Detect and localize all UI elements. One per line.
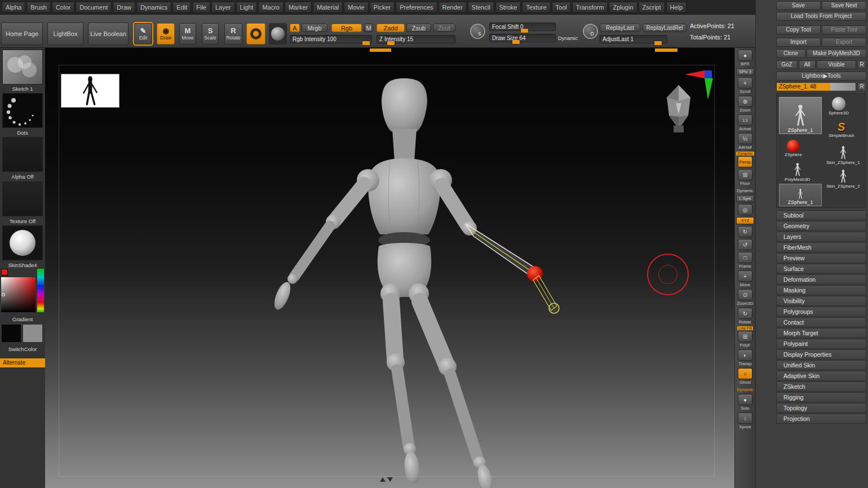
tool-thumb-simplebrush[interactable]: S SimpleBrush xyxy=(829,121,854,138)
rotate-3d-button[interactable]: ↻ Rotate xyxy=(738,308,752,325)
pivot-button[interactable]: ◎ xyxy=(738,204,752,215)
material-picker-button[interactable] xyxy=(269,23,287,45)
scale-button[interactable]: S Scale xyxy=(202,23,219,45)
floor-button[interactable]: ⊞ Floor xyxy=(738,169,752,186)
edit-button[interactable]: ✎ Edit xyxy=(134,23,152,45)
perspective-button[interactable]: Dynamic Persp xyxy=(736,152,754,167)
aahalf-button[interactable]: ½ AAHalf xyxy=(738,133,752,150)
menu-item-help[interactable]: Help xyxy=(666,2,687,13)
alpha-off-thumbnail[interactable] xyxy=(2,137,43,172)
tool-section-preview[interactable]: Preview xyxy=(776,253,866,263)
document-preview-thumbnail[interactable] xyxy=(61,74,119,108)
tool-section-deformation[interactable]: Deformation xyxy=(776,274,866,285)
lightbox-button[interactable]: LightBox xyxy=(47,23,83,45)
ghost-button[interactable]: ○ Ghost xyxy=(738,368,752,385)
document-canvas[interactable] xyxy=(45,48,734,488)
tool-section-polygroups[interactable]: Polygroups xyxy=(776,307,866,317)
menu-item-preferences[interactable]: Preferences xyxy=(396,2,437,13)
z-intensity-slider[interactable]: Z Intensity 15 xyxy=(377,35,455,43)
a-toggle-button[interactable]: A xyxy=(290,24,300,32)
menu-item-stroke[interactable]: Stroke xyxy=(495,2,521,13)
rgb-button[interactable]: Rgb xyxy=(331,24,362,32)
goz-r-button[interactable]: R xyxy=(857,60,866,69)
slider-handle[interactable] xyxy=(362,41,370,45)
menu-item-alpha[interactable]: Alpha xyxy=(2,2,25,13)
alternate-button[interactable]: Alternate xyxy=(0,358,45,367)
tool-thumb-zsphere[interactable]: ZSphere xyxy=(785,140,802,157)
tool-section-contact[interactable]: Contact xyxy=(776,317,866,327)
lightbox-tools-button[interactable]: Lightbox▶Tools xyxy=(776,72,866,81)
goz-all-button[interactable]: All xyxy=(799,60,816,69)
slider-handle[interactable] xyxy=(387,41,395,45)
tool-section-rigging[interactable]: Rigging xyxy=(776,392,866,402)
material-skinshade-thumbnail[interactable] xyxy=(2,225,43,260)
tool-thumb-zsphere1[interactable]: ZSphere_1 xyxy=(779,184,822,206)
tool-section-layers[interactable]: Layers xyxy=(776,232,866,242)
menu-item-light[interactable]: Light xyxy=(236,2,258,13)
menu-item-render[interactable]: Render xyxy=(439,2,467,13)
tool-thumb-skin-zsphere2[interactable]: Skin_ZSphere_2 xyxy=(826,169,860,189)
import-button[interactable]: Import xyxy=(776,38,821,47)
scroll-doc-button[interactable]: + Scroll xyxy=(738,77,752,94)
hue-strip[interactable] xyxy=(37,269,44,312)
spin-counterclockwise-button[interactable]: ↺ xyxy=(738,239,752,250)
menu-item-brush[interactable]: Brush xyxy=(26,2,51,13)
goz-visible-button[interactable]: Visible xyxy=(817,60,856,69)
tool-section-projection[interactable]: Projection xyxy=(776,414,866,424)
menu-item-dynamics[interactable]: Dynamics xyxy=(136,2,171,13)
export-button[interactable]: Export xyxy=(822,38,866,47)
zadd-button[interactable]: Zadd xyxy=(377,24,405,32)
adjust-last-slider[interactable]: AdjustLast 1 xyxy=(600,35,667,43)
color-picker[interactable] xyxy=(0,268,45,315)
clone-button[interactable]: Clone xyxy=(776,49,805,58)
menu-item-file[interactable]: File xyxy=(192,2,210,13)
stroke-s-indicator[interactable]: S xyxy=(470,24,485,39)
tool-section-surface[interactable]: Surface xyxy=(776,264,866,274)
actual-size-button[interactable]: 1:1 Actual xyxy=(738,114,752,131)
bpr-button[interactable]: ● BPR xyxy=(738,50,752,66)
tool-thumb-zsphere1-current[interactable]: ZSphere_1 xyxy=(779,97,822,134)
menu-item-movie[interactable]: Movie xyxy=(344,2,368,13)
menu-item-stencil[interactable]: Stencil xyxy=(468,2,494,13)
menu-item-zscript[interactable]: Zscript xyxy=(639,2,665,13)
stroke-d-indicator[interactable]: D xyxy=(583,24,598,39)
menu-item-tool[interactable]: Tool xyxy=(552,2,571,13)
transp-button[interactable]: ◐ Transp xyxy=(738,349,752,366)
tool-section-fibermesh[interactable]: FiberMesh xyxy=(776,242,866,252)
stroke-sketch-thumbnail[interactable] xyxy=(2,50,43,85)
tool-thumb-skin-zsphere1[interactable]: Skin_ZSphere_1 xyxy=(826,145,860,165)
frame-button[interactable]: □ Frame xyxy=(738,252,752,269)
draw-size-slider[interactable]: Draw Size 64 xyxy=(489,34,556,42)
menu-item-edit[interactable]: Edit xyxy=(172,2,191,13)
tool-section-morph-target[interactable]: Morph Target xyxy=(776,328,866,338)
menu-item-color[interactable]: Color xyxy=(52,2,74,13)
main-color-swatch[interactable] xyxy=(1,324,21,343)
gradient-label[interactable]: Gradient xyxy=(0,316,45,322)
tool-section-masking[interactable]: Masking xyxy=(776,285,866,295)
tool-section-unified-skin[interactable]: Unified Skin xyxy=(776,360,866,370)
tool-section-display-properties[interactable]: Display Properties xyxy=(776,349,866,360)
tool-section-visibility[interactable]: Visibility xyxy=(776,296,866,306)
menu-item-layer[interactable]: Layer xyxy=(211,2,235,13)
menu-item-draw[interactable]: Draw xyxy=(113,2,135,13)
zoom3d-button[interactable]: ⊙ Zoom3D xyxy=(737,289,754,306)
replay-last-button[interactable]: ReplayLast xyxy=(600,24,640,32)
tool-section-subtool[interactable]: Subtool xyxy=(776,210,866,220)
slider-handle[interactable] xyxy=(654,41,662,45)
rgb-intensity-slider[interactable]: Rgb Intensity 100 xyxy=(290,35,372,43)
texture-off-thumbnail[interactable] xyxy=(2,181,43,216)
tool-section-zsketch[interactable]: ZSketch xyxy=(776,381,866,392)
load-tools-from-project-button[interactable]: Load Tools From Project xyxy=(776,12,866,21)
slider-handle[interactable] xyxy=(512,40,520,44)
xpose-button[interactable]: ↕ Xpose xyxy=(738,412,752,429)
menu-item-material[interactable]: Material xyxy=(313,2,343,13)
local-symmetry-button[interactable]: L.Sym xyxy=(736,195,754,202)
menu-item-marker[interactable]: Marker xyxy=(285,2,312,13)
home-page-button[interactable]: Home Page xyxy=(1,23,43,45)
save-button[interactable]: Save xyxy=(776,1,821,10)
tool-r-button[interactable]: R xyxy=(857,82,866,91)
switchcolor-button[interactable]: SwitchColor xyxy=(0,346,45,352)
menu-item-macro[interactable]: Macro xyxy=(258,2,284,13)
scroll-up-icon[interactable] xyxy=(380,477,386,482)
symmetry-xyz-button[interactable]: XYZ xyxy=(736,217,754,224)
